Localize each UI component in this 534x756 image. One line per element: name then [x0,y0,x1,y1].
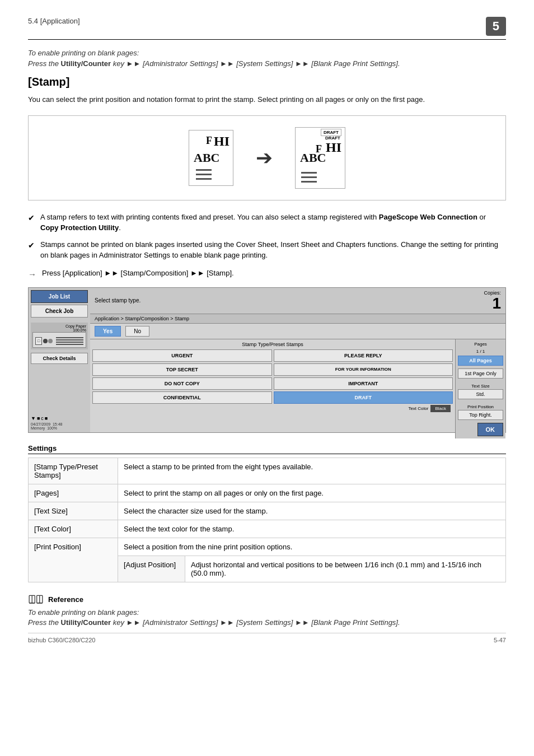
ui-copies-num: 1 [484,296,501,311]
ui-check-job-btn[interactable]: Check Job [31,305,88,318]
ui-print-position-area: Print Position Top Right. [458,404,503,421]
section-description: You can select the print position and no… [28,94,506,105]
ui-job-list-btn[interactable]: Job List [31,290,88,303]
doc-page-after: DRAFT DRAFT ABC F HI [295,127,345,189]
ui-text-color-row: Text Color Black [92,404,453,413]
ui-print-position-val[interactable]: Top Right. [458,410,503,420]
arrow-instruction-text: Press [Application] ►► [Stamp/Compositio… [42,269,234,277]
ui-stamp-top-secret[interactable]: TOP SECRET [92,363,272,376]
settings-section: Settings [Stamp Type/Preset Stamps] Sele… [28,444,506,582]
reference-text: To enable printing on blank pages: Press… [28,608,506,627]
settings-table: [Stamp Type/Preset Stamps] Select a stam… [28,458,506,582]
arrow-instruction: Press [Application] ►► [Stamp/Compositio… [28,269,506,279]
intro-instruction: Press the Utility/Counter key ►► [Admini… [28,59,506,68]
checkmark-icon-2 [28,240,35,261]
settings-desc-print-position: Select a position from the nine print po… [118,538,506,556]
ui-top-bar: Select stamp type. Copies: 1 [90,288,505,314]
ui-yes-btn[interactable]: Yes [95,326,121,337]
ui-yes-no: Yes No [90,324,505,339]
doc-f-right: F [316,143,322,155]
settings-row-pages: [Pages] Select to print the stamp on all… [29,484,506,502]
bullet-item-1: A stamp refers to text with printing con… [28,212,506,234]
ui-stamp-for-your-info[interactable]: FOR YOUR INFORMATION [274,363,453,376]
ref-italic: To enable printing on blank pages: [28,608,506,617]
page-footer: bizhub C360/C280/C220 5-47 [28,633,506,643]
page-header: 5.4 [Application] 5 [28,17,506,40]
ui-ok-btn[interactable]: OK [477,423,504,436]
ui-text-size-val[interactable]: Std. [458,389,503,399]
doc-f-left: F [206,135,212,147]
settings-label-print-position: [Print Position] [29,538,118,582]
ui-icon-m: ■ [37,416,40,421]
ui-text-size-area: Text Size Std. [458,384,503,400]
ui-right-panel: Select stamp type. Copies: 1 Application… [90,288,505,432]
section-heading: [Stamp] [28,76,506,88]
ui-stamp-important[interactable]: IMPORTANT [274,377,453,390]
ui-stamp-urgent[interactable]: URGENT [92,349,272,362]
ui-icon-k: ■ [45,416,48,421]
ui-icon-y: ▼ [31,416,36,421]
ui-timestamp: 04/27/2009 15:48Memory 100% [31,422,88,430]
doc-abc-right: ABC [300,151,326,165]
doc-abc-left: ABC [194,151,219,165]
ui-copies-area: Copies: 1 [484,290,501,311]
ui-page-nav-text: 1 / 1 [476,349,485,354]
doc-after: DRAFT DRAFT ABC F HI [295,127,345,189]
doc-hi-right: HI [326,140,341,155]
reference-box: Reference To enable printing on blank pa… [28,594,506,627]
ui-stamp-area: Stamp Type/Preset Stamps URGENT PLEASE R… [90,339,505,438]
section-number: 5.4 [Application] [28,17,80,25]
ui-print-position-label: Print Position [458,404,503,409]
settings-desc-pages: Select to print the stamp on all pages o… [118,484,506,502]
reference-heading: Reference [28,594,506,606]
intro-italic: To enable printing on blank pages: [28,49,506,57]
ui-select-stamp-text: Select stamp type. [95,297,140,304]
settings-row-text-color: [Text Color] Select the text color for t… [29,520,506,538]
ui-bottom-icons: ▼ ■ c ■ [31,413,88,421]
diagram-box: ABC F HI ➔ DRAFT DRAFT ABC F [28,115,506,200]
checkmark-icon-1 [28,212,35,234]
arrow-diagram: ➔ [256,146,273,170]
ui-display-doc-icon: □ [35,337,42,345]
ui-page-nav: 1 / 1 [458,349,503,354]
settings-title: Settings [28,444,506,454]
ui-first-page-btn[interactable]: 1st Page Only [458,368,503,379]
ui-stamp-confidential[interactable]: CONFIDENTIAL [92,391,272,404]
ui-small-display: Copy Paper 100.0% □ [31,323,88,349]
ui-all-pages-btn[interactable]: All Pages [458,356,503,366]
settings-label-pages: [Pages] [29,484,118,502]
settings-row-stamp-type: [Stamp Type/Preset Stamps] Select a stam… [29,458,506,484]
settings-row-print-position: [Print Position] Select a position from … [29,538,506,556]
bullet-item-2: Stamps cannot be printed on blank pages … [28,239,506,261]
bullet-list: A stamp refers to text with printing con… [28,212,506,261]
ui-stamp-please-reply[interactable]: PLEASE REPLY [274,349,453,362]
ui-no-btn[interactable]: No [125,326,149,337]
ui-text-color-val: Black [430,405,451,412]
settings-desc-text-color: Select the text color for the stamp. [118,520,506,538]
ui-display-circles [43,339,53,343]
intro-block: To enable printing on blank pages: Press… [28,49,506,68]
ui-stamp-do-not-copy[interactable]: DO NOT COPY [92,377,272,390]
doc-before: ABC F HI [189,130,233,186]
arrow-right-icon [28,269,36,279]
ui-mockup: Job List Check Job Copy Paper 100.0% □ [28,287,506,433]
settings-label-text-color: [Text Color] [29,520,118,538]
ui-stamps-main: Stamp Type/Preset Stamps URGENT PLEASE R… [90,339,455,438]
settings-label-adjust-position: [Adjust Position] [118,556,185,582]
ui-text-size-label: Text Size [458,384,503,389]
chapter-badge: 5 [486,17,506,36]
ui-right-sidebar: Pages 1 / 1 All Pages 1st Page Only Text… [455,339,505,438]
footer-page: 5-47 [494,637,506,643]
ui-stamps-header: Stamp Type/Preset Stamps [92,342,453,347]
settings-label-stamp-type: [Stamp Type/Preset Stamps] [29,458,118,484]
ui-stamp-draft[interactable]: DRAFT [274,391,453,404]
ui-display-inner: □ [32,332,86,348]
settings-desc-adjust-position: Adjust horizontal and vertical positions… [185,556,506,582]
ui-check-details-btn[interactable]: Check Details [31,353,88,364]
ui-text-color-label: Text Color [408,406,428,411]
ui-breadcrumb: Application > Stamp/Composition > Stamp [90,314,505,324]
settings-label-text-size: [Text Size] [29,502,118,520]
doc-page-before: ABC F HI [189,130,233,186]
ui-stamps-grid: URGENT PLEASE REPLY TOP SECRET FOR YOUR … [92,349,453,404]
settings-row-text-size: [Text Size] Select the character size us… [29,502,506,520]
